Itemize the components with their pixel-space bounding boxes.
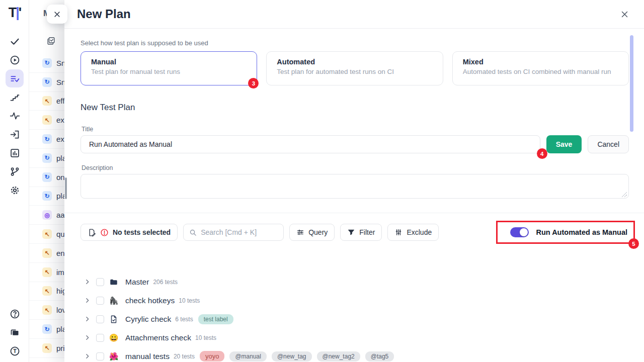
- chevron-right-icon[interactable]: [84, 297, 91, 304]
- cursor-icon: [42, 248, 52, 258]
- tree-row[interactable]: 🦍 check hotkeys 10 tests: [80, 291, 629, 310]
- alert-circle-icon: [100, 228, 109, 237]
- list-item[interactable]: on: [29, 168, 69, 187]
- project-panel: M Sn Sn eff ex ex pla on pla aa qu en im…: [29, 0, 69, 362]
- annotation-rect: Run Automated as Manual 5: [496, 221, 635, 244]
- play-circle-icon[interactable]: [6, 51, 24, 69]
- list-item[interactable]: aa: [29, 206, 69, 225]
- row-checkbox[interactable]: [96, 297, 104, 305]
- row-checkbox[interactable]: [96, 278, 104, 286]
- modal-scrollbar[interactable]: [630, 35, 633, 132]
- cursor-icon: [42, 115, 52, 125]
- test-plans-icon[interactable]: [6, 69, 24, 87]
- list-item[interactable]: hig: [29, 282, 69, 301]
- sliders-icon: [296, 228, 304, 236]
- app-logo[interactable]: T|': [0, 5, 29, 21]
- search-input[interactable]: [201, 228, 278, 236]
- logo-circle-icon[interactable]: T: [6, 342, 24, 360]
- tree-row[interactable]: 😀 Attachments check 10 tests: [80, 328, 629, 347]
- list-item[interactable]: lov: [29, 301, 69, 320]
- doc-check-icon: [109, 315, 119, 324]
- list-item[interactable]: im: [29, 263, 69, 282]
- list-item[interactable]: en: [29, 244, 69, 263]
- sync-icon: [42, 77, 52, 87]
- list-item[interactable]: Sn: [29, 54, 69, 73]
- sync-icon: [42, 134, 52, 144]
- tag[interactable]: @manual: [229, 351, 267, 361]
- panel-scrollbar[interactable]: [65, 177, 67, 199]
- list-item[interactable]: qu: [29, 225, 69, 244]
- test-tree: Master 206 tests 🦍 check hotkeys 10 test…: [80, 273, 629, 362]
- description-textarea[interactable]: [80, 174, 629, 199]
- bar-chart-icon[interactable]: [6, 144, 24, 162]
- chevron-right-icon[interactable]: [84, 353, 91, 359]
- cancel-button[interactable]: Cancel: [588, 135, 629, 153]
- search-box[interactable]: [183, 224, 284, 241]
- cursor-icon: [42, 229, 52, 239]
- row-checkbox[interactable]: [96, 334, 104, 342]
- chevron-right-icon[interactable]: [84, 334, 91, 341]
- list-item[interactable]: pla: [29, 149, 69, 168]
- plan-type-cards: Manual Test plan for manual test runs 3 …: [80, 51, 629, 85]
- import-icon[interactable]: [6, 125, 24, 143]
- tag[interactable]: @new_tag: [272, 351, 312, 361]
- git-branch-icon[interactable]: [6, 162, 24, 180]
- plan-type-manual[interactable]: Manual Test plan for manual test runs 3: [80, 51, 257, 85]
- plan-type-automated[interactable]: Automated Test plan for automated test r…: [266, 51, 443, 85]
- close-icon: [53, 11, 61, 18]
- help-circle-icon[interactable]: [6, 305, 24, 323]
- filter-button[interactable]: Filter: [340, 224, 382, 241]
- resize-grip-icon[interactable]: [622, 192, 627, 197]
- list-item[interactable]: Sn: [29, 73, 69, 92]
- cursor-icon: [42, 343, 52, 353]
- plan-type-mixed[interactable]: Mixed Automated tests on CI combined wit…: [452, 51, 629, 85]
- cursor-icon: [42, 305, 52, 315]
- modal-close-button[interactable]: [620, 10, 629, 19]
- panel-close-button[interactable]: [47, 5, 67, 24]
- chevron-right-icon[interactable]: [84, 316, 91, 322]
- list-item[interactable]: pla: [29, 320, 69, 339]
- no-tests-selected-pill[interactable]: No tests selected: [80, 224, 178, 241]
- projects-icon[interactable]: [6, 323, 24, 341]
- exclude-button[interactable]: Exclude: [387, 224, 439, 241]
- tree-row[interactable]: Master 206 tests: [80, 273, 629, 291]
- query-button[interactable]: Query: [289, 224, 335, 241]
- activity-icon[interactable]: [6, 107, 24, 125]
- list-item[interactable]: eff: [29, 92, 69, 111]
- sync-icon: [42, 153, 52, 163]
- gorilla-emoji-icon: 🦍: [109, 296, 119, 305]
- chevron-right-icon[interactable]: [84, 279, 91, 285]
- list-item[interactable]: pla: [29, 187, 69, 206]
- check-icon[interactable]: [6, 32, 24, 50]
- close-icon: [620, 10, 629, 19]
- copy-check-icon[interactable]: [46, 36, 56, 48]
- sync-icon: [42, 172, 52, 182]
- tag[interactable]: yoyo: [200, 351, 224, 361]
- tour-step-badge: 3: [248, 78, 259, 88]
- tree-row[interactable]: 🌺 manual tests 20 tests yoyo @manual @ne…: [80, 347, 629, 362]
- doc-pen-icon: [88, 228, 96, 237]
- run-automated-toggle[interactable]: [510, 227, 529, 237]
- list-item[interactable]: ex: [29, 111, 69, 130]
- row-checkbox[interactable]: [96, 315, 104, 323]
- funnel-icon: [347, 228, 355, 236]
- steps-icon[interactable]: [6, 88, 24, 106]
- title-input[interactable]: [80, 135, 540, 153]
- tour-step-badge: 5: [628, 238, 639, 249]
- gear-icon[interactable]: [6, 181, 24, 199]
- tag[interactable]: @new_tag2: [317, 351, 360, 361]
- tree-row[interactable]: Cyrylic check 6 tests test label: [80, 310, 629, 328]
- list-item[interactable]: ex: [29, 130, 69, 149]
- sync-icon: [42, 58, 52, 68]
- tour-step-badge: 4: [537, 148, 547, 159]
- modal-title: New Plan: [77, 7, 131, 21]
- toggle-label: Run Automated as Manual: [536, 228, 627, 236]
- save-button[interactable]: Save: [546, 135, 582, 153]
- row-checkbox[interactable]: [96, 352, 104, 360]
- list-item[interactable]: pri: [29, 339, 69, 358]
- test-label-tag[interactable]: test label: [198, 314, 233, 324]
- cursor-icon: [42, 96, 52, 106]
- new-plan-modal: New Plan Select how test plan is suppose…: [64, 0, 644, 362]
- svg-text:T: T: [13, 348, 17, 354]
- tag[interactable]: @tag5: [365, 351, 394, 361]
